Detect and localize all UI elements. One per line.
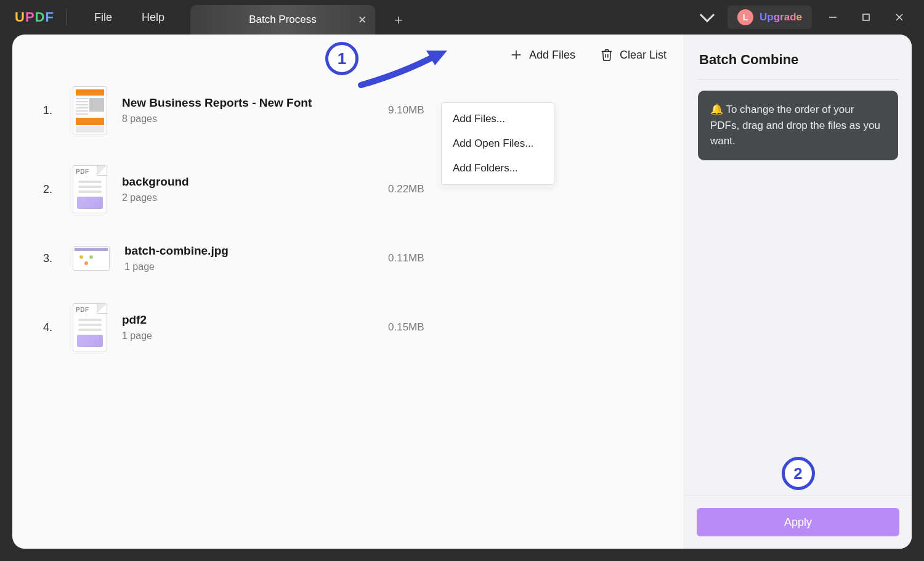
plus-icon — [509, 48, 523, 62]
file-name: background — [122, 175, 189, 189]
list-item[interactable]: 2. PDF background 2 pages 0.22MB — [43, 165, 671, 213]
dropdown-add-open-files[interactable]: Add Open Files... — [442, 131, 554, 156]
row-index: 3. — [43, 252, 58, 265]
tip-text: 🔔 To change the order of your PDFs, drag… — [710, 104, 880, 147]
logo-letter: D — [35, 9, 46, 25]
window-minimize-button[interactable] — [821, 5, 845, 30]
titlebar: UPDF File Help Batch Process ✕ ＋ L Upgra… — [0, 0, 924, 35]
file-meta: pdf2 1 page — [122, 313, 152, 342]
annotation-step-1: 1 — [325, 42, 359, 75]
logo-letter: P — [25, 9, 35, 25]
file-thumbnail — [73, 246, 110, 271]
sidebar-title: Batch Combine — [684, 35, 912, 79]
add-files-dropdown: Add Files... Add Open Files... Add Folde… — [441, 102, 554, 185]
list-item[interactable]: 3. batch-combine.jpg 1 page 0.11MB — [43, 244, 671, 272]
svg-rect-1 — [863, 14, 869, 20]
list-item[interactable]: 1. New Business Reports - New Font 8 pag… — [43, 86, 671, 134]
tabbar: Batch Process ✕ ＋ — [190, 0, 413, 35]
file-thumbnail — [73, 86, 107, 134]
menu-help[interactable]: Help — [127, 7, 179, 28]
avatar: L — [737, 9, 753, 25]
menu-file[interactable]: File — [79, 7, 127, 28]
tab-title: Batch Process — [249, 14, 317, 26]
file-name: New Business Reports - New Font — [122, 96, 312, 110]
file-thumbnail: PDF — [73, 165, 107, 213]
titlebar-right: L Upgrade — [695, 0, 924, 35]
file-pages: 8 pages — [122, 113, 312, 125]
file-size: 9.10MB — [388, 104, 424, 117]
dropdown-add-folders[interactable]: Add Folders... — [442, 156, 554, 181]
row-index: 1. — [43, 104, 58, 117]
annotation-step-2: 2 — [782, 457, 815, 490]
tab-add-button[interactable]: ＋ — [384, 5, 413, 35]
list-item[interactable]: 4. PDF pdf2 1 page 0.15MB — [43, 303, 671, 351]
file-meta: background 2 pages — [122, 175, 189, 203]
file-size: 0.11MB — [388, 252, 424, 264]
file-thumbnail: PDF — [73, 303, 107, 351]
annotation-arrow-icon — [356, 47, 448, 90]
logo-letter: F — [45, 9, 54, 25]
apply-wrap: Apply — [684, 495, 912, 549]
upgrade-label: Upgrade — [760, 11, 802, 23]
workspace: Add Files Clear List Add Files... Add Op… — [12, 35, 912, 549]
file-list: 1. New Business Reports - New Font 8 pag… — [12, 69, 684, 395]
apply-button[interactable]: Apply — [697, 508, 899, 536]
file-size: 0.22MB — [388, 183, 424, 195]
app-logo: UPDF — [15, 9, 54, 25]
row-index: 2. — [43, 183, 58, 196]
add-files-button[interactable]: Add Files — [509, 48, 575, 62]
divider — [698, 79, 898, 80]
file-name: batch-combine.jpg — [124, 244, 229, 258]
dropdown-add-files[interactable]: Add Files... — [442, 107, 554, 131]
window-maximize-button[interactable] — [854, 5, 878, 30]
close-icon[interactable]: ✕ — [358, 14, 367, 27]
file-pages: 1 page — [122, 330, 152, 342]
chevron-down-icon[interactable] — [695, 6, 719, 29]
file-pages: 1 page — [124, 261, 229, 272]
file-meta: New Business Reports - New Font 8 pages — [122, 96, 312, 125]
sidebar: Batch Combine 🔔 To change the order of y… — [684, 35, 912, 549]
file-pages: 2 pages — [122, 192, 189, 203]
upgrade-button[interactable]: L Upgrade — [727, 6, 812, 29]
file-size: 0.15MB — [388, 321, 424, 334]
trash-icon — [600, 48, 614, 62]
window-close-button[interactable] — [887, 5, 912, 30]
row-index: 4. — [43, 321, 58, 334]
file-meta: batch-combine.jpg 1 page — [124, 244, 229, 272]
add-files-label: Add Files — [529, 49, 575, 62]
clear-list-label: Clear List — [620, 49, 667, 62]
divider — [67, 9, 67, 25]
clear-list-button[interactable]: Clear List — [600, 48, 667, 62]
content-panel: Add Files Clear List Add Files... Add Op… — [12, 35, 684, 549]
logo-letter: U — [15, 9, 25, 25]
tab-batch-process[interactable]: Batch Process ✕ — [190, 5, 375, 35]
file-name: pdf2 — [122, 313, 152, 327]
tip-box: 🔔 To change the order of your PDFs, drag… — [698, 91, 898, 160]
